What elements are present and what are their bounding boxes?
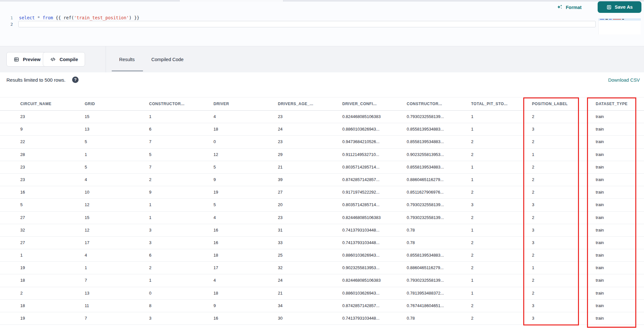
table-cell: 17 [85, 237, 89, 249]
table-cell: 0.8742857142857... [342, 174, 380, 186]
table-cell: 1 [532, 262, 534, 274]
jinja-brace: ) }} [129, 15, 139, 20]
table-cell: 23 [278, 136, 282, 148]
table-cell: 0.8742857142857... [342, 300, 380, 312]
table-cell: 7 [85, 274, 87, 287]
table-cell: 0.7930232558139... [407, 111, 444, 123]
table-cell: 0.824468085106383 [342, 274, 381, 287]
compile-label: Compile [60, 57, 78, 62]
table-cell: 28 [20, 149, 25, 161]
table-cell: train [596, 174, 604, 186]
table-header-row: CIRCUIT_NAMEGRIDCONSTRUCTOR...DRIVERDRIV… [0, 97, 644, 111]
table-row: 197316300.7413793103448...0.7823train [0, 312, 644, 325]
active-line-highlight[interactable] [18, 21, 596, 27]
table-cell: 0.9023255813953... [407, 149, 444, 161]
table-cell: 16 [213, 237, 218, 249]
code-icon [50, 56, 56, 62]
table-row: 18714240.8244680851063830.7930232558139.… [0, 274, 644, 287]
table-cell: 9 [213, 300, 216, 312]
table-cell: 3 [149, 224, 151, 236]
table-cell: 24 [278, 123, 282, 135]
table-cell: train [596, 237, 604, 249]
table-cell: 2 [532, 136, 534, 148]
table-cell: 4 [85, 249, 87, 261]
table-cell: 1 [149, 111, 151, 123]
table-cell: train [596, 123, 604, 135]
tab-results[interactable]: Results [119, 46, 135, 72]
table-cell: 18 [213, 123, 218, 135]
format-button[interactable]: Format [556, 4, 582, 11]
column-header: TOTAL_PIT_STO... [471, 97, 507, 111]
table-cell: 0.7413793103448... [342, 312, 380, 324]
code-line-1[interactable]: select * from {{ ref('train_test_positio… [19, 15, 139, 21]
help-icon[interactable]: ? [72, 77, 79, 83]
table-cell: 20 [278, 199, 282, 211]
table-cell: 1 [471, 287, 473, 299]
table-cell: 2 [20, 287, 23, 299]
table-cell: train [596, 312, 604, 324]
table-cell: 0.7930232558139... [407, 274, 444, 287]
table-cell: 2 [471, 212, 473, 224]
table-cell: train [596, 111, 604, 123]
table-cell: 0.9112149532710... [342, 149, 379, 161]
table-cell: 0.9473684210526... [342, 136, 380, 148]
table-cell: 0.8860465116279... [407, 174, 444, 186]
table-cell: 2 [149, 262, 151, 274]
table-cell: 2 [471, 312, 473, 324]
table-cell: 1 [532, 149, 534, 161]
table-cell: 0.824468085106383 [342, 111, 381, 123]
table-cell: 19 [20, 262, 25, 274]
results-toolbar: Preview Compile Results Compiled Code [0, 46, 644, 72]
table-row: 3212316310.7413793103448...0.7813train [0, 224, 644, 237]
download-csv-link[interactable]: Download CSV [608, 77, 640, 83]
table-cell: 9 [20, 123, 23, 135]
results-table: CIRCUIT_NAMEGRIDCONSTRUCTOR...DRIVERDRIV… [0, 97, 644, 328]
table-cell: 1 [149, 212, 151, 224]
table-row: 213018210.8860103626943...0.781395348837… [0, 287, 644, 300]
table-cell: train [596, 199, 604, 211]
table-cell: 0 [149, 287, 151, 299]
table-cell: 1 [471, 111, 473, 123]
table-cell: 0.8860103626943... [342, 249, 380, 261]
table-cell: 0.8035714285714... [342, 161, 380, 173]
code-editor[interactable]: 1 2 select * from {{ ref('train_test_pos… [0, 2, 644, 46]
table-cell: 7 [85, 312, 87, 324]
preview-button[interactable]: Preview [6, 52, 48, 67]
table-cell: 1 [85, 149, 87, 161]
table-cell: 27 [278, 186, 282, 198]
table-cell: 0.78 [407, 312, 415, 324]
table-cell: 0.8511627906976... [407, 186, 444, 198]
table-cell: train [596, 249, 604, 261]
table-cell: 23 [20, 111, 25, 123]
table-cell: 9 [149, 186, 151, 198]
table-body: 231514230.8244680851063830.7930232558139… [0, 111, 644, 325]
table-cell: 11 [85, 300, 89, 312]
compile-button[interactable]: Compile [43, 52, 85, 67]
table-cell: 12 [213, 149, 218, 161]
table-row: 271514230.8244680851063830.7930232558139… [0, 212, 644, 224]
active-tab-underline [112, 70, 143, 71]
table-cell: train [596, 262, 604, 274]
table-cell: 30 [278, 312, 282, 324]
table-cell: train [596, 186, 604, 198]
table-cell: 8 [149, 300, 151, 312]
table-cell: 12 [85, 224, 89, 236]
save-as-label: Save As [615, 5, 633, 10]
table-cell: 12 [85, 199, 89, 211]
table-cell: 3 [471, 199, 473, 211]
table-cell: 2 [532, 111, 534, 123]
line-number: 2 [6, 21, 13, 27]
save-as-button[interactable]: Save As [598, 1, 641, 13]
table-cell: 3 [532, 237, 534, 249]
table-cell: train [596, 149, 604, 161]
table-cell: 0.78 [407, 224, 415, 236]
column-header: CIRCUIT_NAME [20, 97, 52, 111]
table-cell: 6 [149, 249, 151, 261]
table-row: 22570230.9473684210526...0.8558139534883… [0, 136, 644, 148]
table-cell: 2 [471, 136, 473, 148]
table-cell: 3 [532, 224, 534, 236]
tab-compiled-code[interactable]: Compiled Code [151, 46, 184, 72]
table-row: 913618240.8860103626943...0.855813953488… [0, 123, 644, 136]
table-cell: 1 [85, 262, 87, 274]
editor-minimap[interactable] [598, 18, 641, 34]
